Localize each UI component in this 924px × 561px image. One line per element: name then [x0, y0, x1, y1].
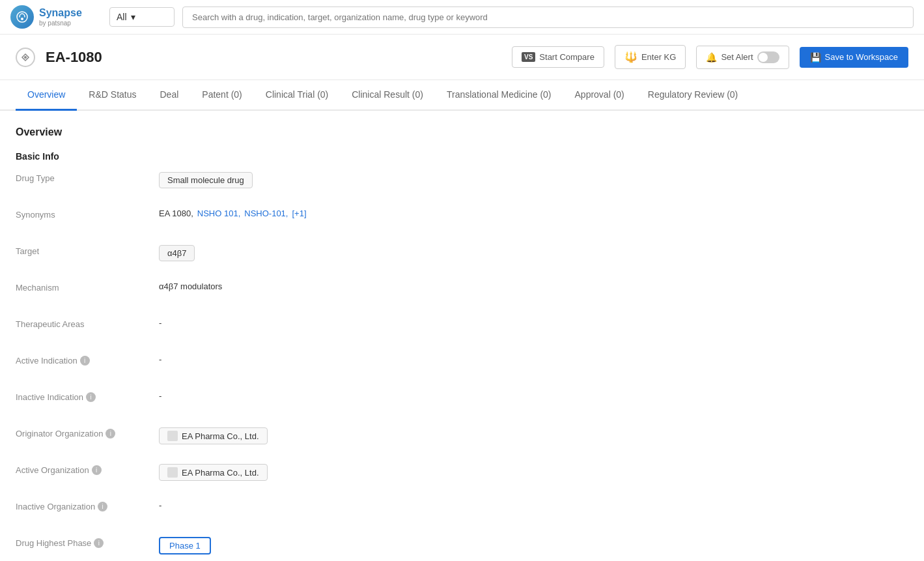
logo-sub: by patsnap: [39, 20, 82, 27]
originator-org-label: Originator Organization i: [16, 427, 159, 439]
target-label: Target: [16, 245, 159, 256]
drug-type-label: Drug Type: [16, 172, 159, 183]
synonym-1: EA 1080,: [159, 209, 193, 218]
kg-icon: 🔱: [624, 51, 637, 63]
vs-badge: VS: [522, 52, 535, 62]
synonym-3[interactable]: NSHO-101,: [244, 209, 288, 218]
compare-label: Start Compare: [539, 52, 595, 62]
active-indication-value: -: [159, 354, 908, 364]
inactive-indication-info-icon[interactable]: i: [86, 392, 96, 402]
active-org-row: Active Organization i EA Pharma Co., Ltd…: [16, 464, 908, 485]
inactive-indication-dash: -: [159, 391, 161, 401]
drug-title: EA-1080: [46, 49, 501, 66]
synonyms-label: Synonyms: [16, 209, 159, 220]
drug-icon: [16, 48, 35, 67]
tab-approval[interactable]: Approval (0): [563, 80, 636, 111]
drug-type-value: Small molecule drug: [159, 172, 908, 188]
synonyms-more[interactable]: [+1]: [292, 209, 306, 218]
mechanism-value: α4β7 modulators: [159, 281, 908, 291]
therapeutic-areas-dash: -: [159, 318, 161, 328]
tab-translational[interactable]: Translational Medicine (0): [435, 80, 563, 111]
inactive-org-value: -: [159, 500, 908, 510]
mechanism-row: Mechanism α4β7 modulators: [16, 281, 908, 302]
tab-deal[interactable]: Deal: [148, 80, 191, 111]
content-area: Overview Basic Info Drug Type Small mole…: [0, 111, 924, 561]
therapeutic-areas-value: -: [159, 318, 908, 328]
tab-regulatory[interactable]: Regulatory Review (0): [636, 80, 750, 111]
active-org-icon: [167, 467, 178, 478]
search-type-label: All: [117, 12, 127, 22]
drug-type-row: Drug Type Small molecule drug: [16, 172, 908, 193]
inactive-org-label: Inactive Organization i: [16, 500, 159, 511]
inactive-indication-value: -: [159, 391, 908, 401]
active-org-tag[interactable]: EA Pharma Co., Ltd.: [159, 464, 268, 481]
inactive-org-dash: -: [159, 500, 161, 510]
inactive-indication-label: Inactive Indication i: [16, 391, 159, 402]
drug-highest-phase-value: Phase 1: [159, 537, 908, 554]
alert-label: Set Alert: [721, 52, 753, 62]
save-label: Save to Workspace: [825, 52, 898, 62]
target-tag[interactable]: α4β7: [159, 245, 195, 261]
active-indication-dash: -: [159, 354, 161, 364]
svg-point-1: [21, 18, 23, 20]
kg-label: Enter KG: [641, 52, 676, 62]
alert-icon: 🔔: [706, 52, 717, 63]
synonym-2[interactable]: NSHO 101,: [197, 209, 240, 218]
search-input[interactable]: [182, 7, 914, 28]
active-indication-label: Active Indication i: [16, 354, 159, 366]
tab-bar: Overview R&D Status Deal Patent (0) Clin…: [0, 80, 924, 111]
originator-org-value: EA Pharma Co., Ltd.: [159, 427, 908, 444]
drug-header: EA-1080 VS Start Compare 🔱 Enter KG 🔔 Se…: [0, 35, 924, 80]
therapeutic-areas-label: Therapeutic Areas: [16, 318, 159, 329]
alert-toggle[interactable]: [757, 51, 779, 63]
tab-clinical-trial[interactable]: Clinical Trial (0): [254, 80, 340, 111]
start-compare-button[interactable]: VS Start Compare: [512, 46, 604, 68]
logo-icon: [10, 5, 34, 29]
inactive-org-info-icon[interactable]: i: [98, 502, 107, 511]
header-actions: VS Start Compare 🔱 Enter KG 🔔 Set Alert …: [512, 45, 908, 69]
inactive-indication-row: Inactive Indication i -: [16, 391, 908, 412]
top-nav: Synapse by patsnap All ▾: [0, 0, 924, 35]
set-alert-button[interactable]: 🔔 Set Alert: [696, 46, 789, 69]
active-indication-info-icon[interactable]: i: [80, 356, 90, 366]
search-type-dropdown[interactable]: All ▾: [109, 7, 175, 27]
target-value: α4β7: [159, 245, 908, 261]
logo-name: Synapse: [39, 7, 82, 19]
section-title: Overview: [16, 126, 908, 138]
mechanism-text: α4β7 modulators: [159, 281, 222, 291]
originator-org-tag[interactable]: EA Pharma Co., Ltd.: [159, 427, 268, 444]
phase-tag: Phase 1: [159, 537, 211, 554]
originator-org-row: Originator Organization i EA Pharma Co.,…: [16, 427, 908, 448]
active-org-info-icon[interactable]: i: [92, 465, 102, 475]
tab-overview[interactable]: Overview: [16, 80, 77, 111]
tab-rd-status[interactable]: R&D Status: [77, 80, 148, 111]
drug-highest-phase-label: Drug Highest Phase i: [16, 537, 159, 548]
dropdown-arrow-icon: ▾: [131, 12, 135, 22]
drug-highest-phase-info-icon[interactable]: i: [94, 538, 104, 548]
save-icon: 💾: [810, 52, 821, 63]
logo: Synapse by patsnap: [10, 5, 102, 29]
drug-type-tag: Small molecule drug: [159, 172, 253, 188]
active-org-value: EA Pharma Co., Ltd.: [159, 464, 908, 481]
save-to-workspace-button[interactable]: 💾 Save to Workspace: [800, 47, 908, 68]
originator-org-icon: [167, 431, 178, 441]
drug-highest-phase-row: Drug Highest Phase i Phase 1: [16, 537, 908, 558]
therapeutic-areas-row: Therapeutic Areas -: [16, 318, 908, 339]
tab-clinical-result[interactable]: Clinical Result (0): [340, 80, 435, 111]
enter-kg-button[interactable]: 🔱 Enter KG: [615, 45, 686, 69]
originator-org-info-icon[interactable]: i: [105, 429, 115, 439]
target-row: Target α4β7: [16, 245, 908, 266]
synonyms-row: Synonyms EA 1080, NSHO 101, NSHO-101, [+…: [16, 209, 908, 229]
mechanism-label: Mechanism: [16, 281, 159, 293]
active-org-label: Active Organization i: [16, 464, 159, 475]
tab-patent[interactable]: Patent (0): [190, 80, 253, 111]
inactive-org-row: Inactive Organization i -: [16, 500, 908, 521]
active-indication-row: Active Indication i -: [16, 354, 908, 375]
basic-info-title: Basic Info: [16, 151, 908, 162]
synonyms-value: EA 1080, NSHO 101, NSHO-101, [+1]: [159, 209, 908, 218]
svg-point-2: [24, 56, 27, 59]
